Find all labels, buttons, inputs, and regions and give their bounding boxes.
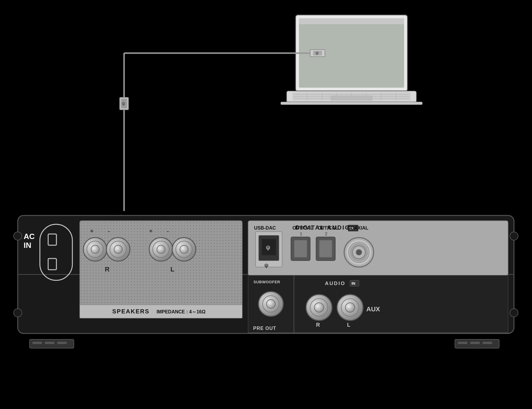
pre-out-label: PRE OUT — [253, 326, 276, 331]
coaxial-label: COAXIAL — [347, 225, 368, 230]
svg-rect-16 — [331, 96, 372, 100]
svg-rect-43 — [248, 221, 508, 275]
usb-dac-label: USB-DAC — [254, 225, 276, 230]
speakers-section: + - + - — [80, 221, 242, 318]
audio-l-label: L — [347, 322, 350, 328]
svg-rect-72 — [470, 342, 480, 344]
svg-point-63 — [345, 303, 355, 312]
optical-2-sub: 2 — [325, 231, 327, 236]
svg-rect-17 — [281, 102, 422, 105]
svg-point-61 — [314, 303, 324, 312]
optical-1-label: OPTICAL — [292, 225, 313, 230]
optical-1-sub: 1 — [300, 231, 302, 236]
audio-in-badge: IN — [352, 281, 355, 286]
left-foot — [30, 339, 74, 348]
impedance-label: IMPEDANCE : 4～16Ω — [157, 309, 206, 314]
audio-in-section: AUDIO IN R L AUX — [294, 275, 508, 333]
subwoofer-label: SUBWOOFER — [253, 280, 280, 284]
svg-text:ψ: ψ — [315, 50, 319, 55]
svg-point-36 — [114, 245, 122, 253]
speaker-l-label: L — [170, 266, 174, 273]
svg-rect-73 — [483, 342, 492, 344]
ac-in-label: AC — [24, 232, 35, 241]
pre-out-section: SUBWOOFER PRE OUT — [248, 275, 294, 333]
ac-in-in-label: IN — [24, 241, 31, 250]
audio-r-label: R — [316, 322, 320, 328]
svg-rect-31 — [80, 221, 242, 305]
speakers-label: SPEAKERS — [112, 308, 149, 315]
right-foot — [455, 339, 499, 348]
polarity-plus-1: + — [90, 228, 94, 234]
screw-top-left — [14, 232, 22, 240]
svg-rect-67 — [32, 342, 42, 344]
svg-text:ψ: ψ — [122, 101, 125, 106]
svg-point-34 — [91, 245, 99, 253]
svg-rect-49 — [294, 240, 307, 257]
polarity-plus-2: + — [149, 228, 153, 234]
svg-point-40 — [180, 245, 188, 253]
audio-in-title: AUDIO — [325, 281, 346, 286]
svg-rect-71 — [458, 342, 467, 344]
polarity-minus-1: - — [108, 228, 110, 234]
laptop-illustration — [281, 15, 422, 105]
svg-point-54 — [356, 249, 362, 255]
svg-point-57 — [266, 300, 275, 308]
screw-bottom-left — [14, 309, 22, 317]
screw-bottom-right — [510, 309, 518, 317]
svg-point-38 — [157, 245, 165, 253]
svg-rect-68 — [45, 342, 54, 344]
digital-audio-section: DIGITAL AUDIO IN USB-DAC ψ ψ OPTICAL 1 O… — [248, 221, 508, 275]
speaker-r-label: R — [105, 266, 110, 273]
usb-symbol-port: ψ — [264, 262, 269, 268]
svg-rect-3 — [299, 18, 404, 24]
optical-2-label: OPTICAL — [318, 225, 338, 230]
svg-rect-69 — [57, 342, 67, 344]
screw-top-right — [510, 232, 518, 240]
usb-type-b-connector: ψ — [120, 97, 128, 110]
svg-rect-0 — [0, 0, 532, 409]
svg-rect-51 — [319, 240, 332, 257]
polarity-minus-2: - — [167, 228, 169, 234]
aux-label: AUX — [366, 305, 380, 313]
usb-dac-port: ψ — [266, 244, 270, 251]
